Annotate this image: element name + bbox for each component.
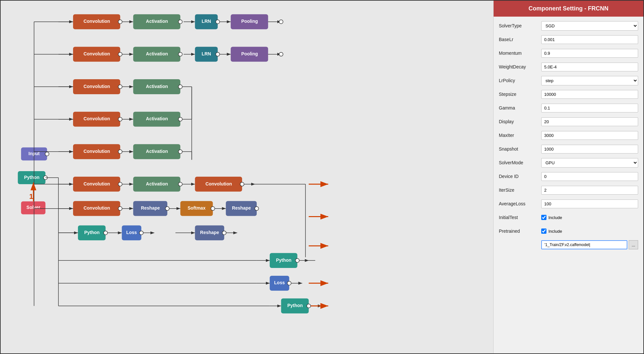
momentum-label: Momentum — [499, 51, 541, 56]
pretrained-label: Pretrained — [499, 229, 541, 234]
lr-policy-select[interactable]: step fixed exp — [541, 76, 638, 85]
svg-rect-42 — [133, 79, 180, 94]
python-node-r9[interactable]: Python — [270, 253, 299, 268]
panel-title: Component Setting - FRCNN — [529, 5, 608, 12]
convolution-node-r1[interactable]: Convolution — [73, 14, 122, 29]
initial-test-checkbox[interactable] — [541, 215, 546, 220]
softmax-node-r7[interactable]: Softmax — [180, 201, 215, 216]
lr-policy-row: LrPolicy step fixed exp — [499, 75, 638, 86]
activation-node-r5[interactable]: Activation — [133, 144, 182, 159]
svg-rect-73 — [133, 177, 180, 192]
convolution-node-r2[interactable]: Convolution — [73, 47, 122, 62]
svg-rect-13 — [195, 14, 218, 29]
convolution-node-r5[interactable]: Convolution — [73, 144, 122, 159]
display-row: Display — [499, 116, 638, 127]
svg-rect-10 — [133, 14, 180, 29]
svg-point-111 — [139, 231, 143, 235]
svg-rect-119 — [270, 253, 298, 268]
activation-node-r2[interactable]: Activation — [133, 47, 182, 62]
convolution-node-r3[interactable]: Convolution — [73, 79, 122, 94]
lrn-node-r2[interactable]: LRN — [195, 47, 220, 62]
solver-mode-label: SolverMode — [499, 160, 541, 165]
svg-point-15 — [216, 20, 220, 24]
activation-node-r3[interactable]: Activation — [133, 79, 182, 94]
initial-test-label: InitialTest — [499, 215, 541, 220]
reshape-node-r7[interactable]: Reshape — [133, 201, 169, 216]
svg-rect-125 — [270, 276, 289, 291]
loss-node-r8[interactable]: Loss — [122, 225, 143, 240]
svg-point-72 — [118, 182, 122, 186]
device-id-label: Device ID — [499, 174, 541, 179]
svg-point-100 — [255, 207, 259, 211]
stepsize-input[interactable] — [541, 90, 638, 99]
lrn-node-r1[interactable]: LRN — [195, 14, 220, 29]
svg-rect-30 — [195, 47, 218, 62]
svg-point-26 — [118, 52, 122, 56]
solver-type-value[interactable]: SGD Adam RMSProp — [541, 21, 638, 31]
svg-point-9 — [118, 20, 122, 24]
base-lr-row: BaseLr — [499, 34, 638, 45]
solver-mode-select[interactable]: GPU CPU — [541, 158, 638, 168]
reshape-node-r8[interactable]: Reshape — [195, 225, 226, 240]
solver-arrow-label: 1 — [29, 192, 33, 200]
solver-type-row: SolverType SGD Adam RMSProp — [499, 21, 638, 31]
convolution-node-r7[interactable]: Convolution — [73, 201, 122, 216]
python-node-r11[interactable]: Python — [281, 299, 311, 314]
input-node[interactable]: Input — [21, 147, 49, 160]
average-loss-input[interactable] — [541, 199, 638, 208]
reshape-node-r7b[interactable]: Reshape — [226, 201, 259, 216]
browse-button[interactable]: ... — [629, 240, 638, 249]
pretrained-path-input[interactable] — [541, 240, 627, 249]
solver-type-select[interactable]: SGD Adam RMSProp — [541, 21, 638, 31]
activation-node-r4[interactable]: Activation — [133, 112, 182, 127]
svg-rect-142 — [21, 201, 46, 214]
svg-point-121 — [295, 258, 299, 262]
svg-point-44 — [178, 85, 182, 89]
iter-size-input[interactable] — [541, 186, 638, 195]
svg-point-32 — [216, 52, 220, 56]
initial-test-checkbox-row: Include — [541, 215, 638, 220]
initial-test-row: InitialTest Include — [499, 212, 638, 223]
svg-rect-27 — [133, 47, 180, 62]
svg-rect-92 — [133, 201, 167, 216]
momentum-row: Momentum — [499, 48, 638, 58]
svg-point-127 — [287, 281, 291, 285]
weight-decay-input[interactable] — [541, 63, 638, 71]
svg-rect-70 — [73, 177, 120, 192]
maxiter-input[interactable] — [541, 131, 638, 140]
device-id-input[interactable] — [541, 172, 638, 181]
gamma-row: Gamma — [499, 103, 638, 113]
snapshot-input[interactable] — [541, 145, 638, 154]
display-input[interactable] — [541, 117, 638, 126]
convolution-node-r6[interactable]: Convolution — [73, 177, 122, 192]
svg-point-138 — [45, 152, 49, 156]
weight-decay-label: WeightDecay — [499, 64, 541, 69]
python-node-r8[interactable]: Python — [78, 225, 108, 240]
convolution-node-r6b[interactable]: Convolution — [195, 177, 244, 192]
panel-header: Component Setting - FRCNN — [494, 1, 643, 17]
activation-node-r6[interactable]: Activation — [133, 177, 182, 192]
svg-rect-106 — [78, 225, 106, 240]
display-label: Display — [499, 119, 541, 124]
svg-rect-76 — [195, 177, 242, 192]
svg-rect-112 — [195, 225, 224, 240]
maxiter-label: MaxIter — [499, 133, 541, 138]
loss-node-r10[interactable]: Loss — [270, 276, 291, 291]
canvas-area: Convolution Activation LRN Pooling — [1, 1, 493, 353]
pretrained-checkbox[interactable] — [541, 229, 546, 234]
svg-point-75 — [178, 182, 182, 186]
python-node-left[interactable]: Python — [18, 171, 48, 184]
svg-point-12 — [178, 20, 182, 24]
base-lr-input[interactable] — [541, 35, 638, 44]
momentum-input[interactable] — [541, 49, 638, 58]
pretrained-include-label: Include — [548, 229, 562, 234]
svg-rect-24 — [73, 47, 120, 62]
initial-test-include-label: Include — [548, 215, 562, 220]
activation-node-r1[interactable]: Activation — [133, 14, 182, 29]
solver-mode-row: SolverMode GPU CPU — [499, 157, 638, 168]
gamma-input[interactable] — [541, 104, 638, 112]
average-loss-row: AverageLoss — [499, 199, 638, 209]
convolution-node-r4[interactable]: Convolution — [73, 112, 122, 127]
lr-policy-label: LrPolicy — [499, 78, 541, 83]
solver-node[interactable]: Solver — [21, 201, 46, 214]
